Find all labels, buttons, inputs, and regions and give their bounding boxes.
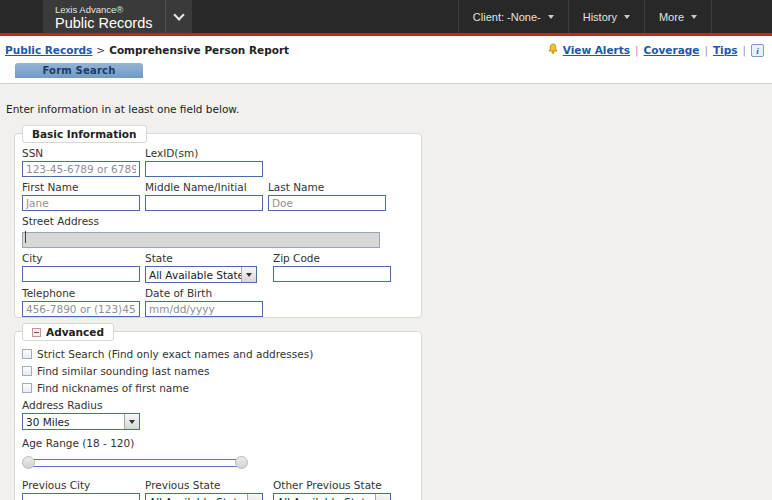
product-switcher-button[interactable] bbox=[165, 0, 192, 33]
advanced-section: Advanced Strict Search (Find only exact … bbox=[14, 331, 422, 500]
basic-information-section: Basic Information SSN LexID(sm) First Na… bbox=[14, 133, 422, 318]
utility-links: View Alerts | Coverage | Tips | i bbox=[547, 43, 764, 57]
strict-search-checkbox[interactable] bbox=[22, 349, 32, 359]
first-name-input[interactable] bbox=[22, 195, 140, 211]
caret-down-icon bbox=[548, 15, 554, 19]
history-menu[interactable]: History bbox=[568, 0, 644, 33]
previous-state-value: All Available States bbox=[146, 496, 247, 500]
previous-city-label: Previous City bbox=[22, 479, 140, 491]
zip-code-input[interactable] bbox=[273, 266, 391, 282]
breadcrumb-separator: > bbox=[96, 44, 105, 56]
date-of-birth-label: Date of Birth bbox=[145, 287, 263, 299]
similar-sounding-option: Find similar sounding last names bbox=[22, 365, 414, 377]
more-menu-label: More bbox=[659, 11, 684, 23]
other-previous-state-label: Other Previous State bbox=[273, 479, 391, 491]
more-menu[interactable]: More bbox=[644, 0, 712, 33]
view-alerts-link[interactable]: View Alerts bbox=[563, 44, 630, 56]
street-address-label: Street Address bbox=[22, 215, 380, 227]
tips-link[interactable]: Tips bbox=[713, 44, 738, 56]
previous-state-select[interactable]: All Available States bbox=[145, 493, 263, 500]
first-name-label: First Name bbox=[22, 181, 140, 193]
advanced-legend: Advanced bbox=[22, 323, 114, 341]
city-label: City bbox=[22, 252, 140, 264]
brand-line2: Public Records bbox=[55, 15, 153, 31]
dropdown-arrow-icon[interactable] bbox=[124, 414, 139, 429]
client-menu[interactable]: Client: -None- bbox=[458, 0, 568, 33]
tab-form-search[interactable]: Form Search bbox=[15, 63, 143, 78]
dropdown-arrow-icon[interactable] bbox=[241, 267, 256, 282]
form-instruction: Enter information in at least one field … bbox=[6, 103, 239, 115]
previous-city-input[interactable] bbox=[22, 493, 140, 500]
history-menu-label: History bbox=[583, 11, 617, 23]
address-radius-label: Address Radius bbox=[22, 399, 414, 411]
chevron-down-icon bbox=[173, 9, 184, 20]
coverage-link[interactable]: Coverage bbox=[644, 44, 700, 56]
middle-name-label: Middle Name/Initial bbox=[145, 181, 263, 193]
breadcrumb: Public Records>Comprehensive Person Repo… bbox=[5, 44, 289, 56]
lexid-label: LexID(sm) bbox=[145, 147, 263, 159]
other-previous-state-value: All Available States bbox=[274, 496, 375, 500]
top-header-bar: Lexis Advance® Public Records Client: -N… bbox=[0, 0, 772, 33]
address-radius-value: 30 Miles bbox=[23, 416, 124, 428]
nicknames-label: Find nicknames of first name bbox=[37, 382, 189, 394]
strict-search-label: Strict Search (Find only exact names and… bbox=[37, 348, 313, 360]
zip-code-label: Zip Code bbox=[273, 252, 391, 264]
state-label: State bbox=[145, 252, 268, 264]
breadcrumb-link-public-records[interactable]: Public Records bbox=[5, 44, 92, 56]
other-previous-state-select[interactable]: All Available States bbox=[273, 493, 391, 500]
slider-handle-min[interactable] bbox=[22, 456, 35, 469]
street-address-input[interactable] bbox=[22, 232, 380, 248]
address-radius-select[interactable]: 30 Miles bbox=[22, 413, 140, 430]
client-menu-label: Client: -None- bbox=[473, 11, 541, 23]
similar-sounding-label: Find similar sounding last names bbox=[37, 365, 209, 377]
last-name-label: Last Name bbox=[268, 181, 386, 193]
brand-block[interactable]: Lexis Advance® Public Records bbox=[43, 0, 192, 33]
slider-handle-max[interactable] bbox=[235, 456, 248, 469]
advanced-legend-text: Advanced bbox=[46, 326, 104, 338]
last-name-input[interactable] bbox=[268, 195, 386, 211]
bell-icon bbox=[547, 43, 559, 57]
strict-search-option: Strict Search (Find only exact names and… bbox=[22, 348, 414, 360]
nicknames-option: Find nicknames of first name bbox=[22, 382, 414, 394]
dropdown-arrow-icon[interactable] bbox=[375, 494, 390, 500]
previous-state-label: Previous State bbox=[145, 479, 268, 491]
top-navigation: Client: -None- History More bbox=[458, 0, 712, 33]
lexid-input[interactable] bbox=[145, 161, 263, 177]
collapse-minus-icon[interactable] bbox=[32, 328, 41, 337]
middle-name-input[interactable] bbox=[145, 195, 263, 211]
basic-information-legend: Basic Information bbox=[22, 125, 147, 143]
breadcrumb-band: Public Records>Comprehensive Person Repo… bbox=[0, 36, 772, 84]
ssn-input[interactable] bbox=[22, 161, 140, 177]
caret-down-icon bbox=[624, 15, 630, 19]
similar-sounding-checkbox[interactable] bbox=[22, 366, 32, 376]
nicknames-checkbox[interactable] bbox=[22, 383, 32, 393]
age-range-slider bbox=[22, 456, 248, 470]
date-of-birth-input[interactable] bbox=[145, 301, 263, 317]
text-cursor bbox=[25, 231, 26, 243]
info-icon[interactable]: i bbox=[751, 44, 764, 57]
telephone-input[interactable] bbox=[22, 301, 140, 317]
city-input[interactable] bbox=[22, 266, 140, 282]
brand-logo[interactable]: Lexis Advance® Public Records bbox=[43, 0, 165, 33]
brand-line1: Lexis Advance® bbox=[55, 4, 153, 15]
telephone-label: Telephone bbox=[22, 287, 140, 299]
page-title: Comprehensive Person Report bbox=[109, 44, 289, 56]
ssn-label: SSN bbox=[22, 147, 140, 159]
caret-down-icon bbox=[691, 15, 697, 19]
slider-track[interactable] bbox=[28, 459, 242, 467]
state-select[interactable]: All Available States bbox=[145, 266, 257, 283]
age-range-label: Age Range (18 - 120) bbox=[22, 437, 414, 449]
dropdown-arrow-icon[interactable] bbox=[247, 494, 262, 500]
state-select-value: All Available States bbox=[146, 269, 241, 281]
